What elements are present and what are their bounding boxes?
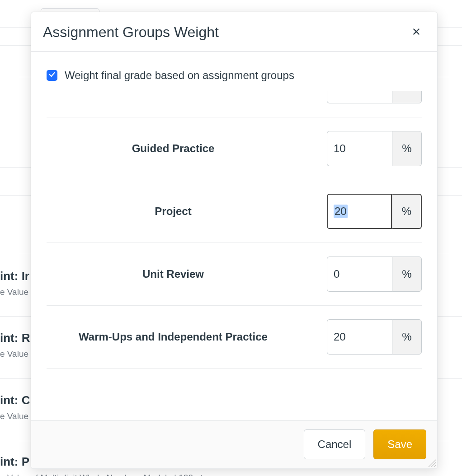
weight-input-project[interactable]: 20: [327, 194, 392, 229]
weight-label: Project: [47, 205, 318, 218]
weight-input-group: %: [327, 91, 422, 103]
modal-header: Assignment Groups Weight: [31, 12, 437, 52]
weight-input-project-value: 20: [334, 205, 348, 218]
weight-row-warmups: Warm-Ups and Independent Practice %: [47, 306, 422, 369]
percent-addon: %: [392, 194, 422, 229]
weight-input-group: %: [327, 257, 422, 292]
percent-addon: %: [392, 257, 422, 292]
weight-input-guided-practice[interactable]: [327, 131, 392, 166]
checkmark-icon: [48, 71, 56, 80]
close-button[interactable]: [408, 24, 424, 41]
modal-title: Assignment Groups Weight: [43, 24, 219, 41]
weight-checkbox-row[interactable]: Weight final grade based on assignment g…: [47, 69, 422, 82]
weight-input-unit-review[interactable]: [327, 257, 392, 292]
assignment-groups-weight-modal: Assignment Groups Weight Weight final gr…: [31, 12, 438, 469]
percent-addon: %: [392, 131, 422, 166]
weight-input-group: %: [327, 319, 422, 355]
resize-grip-icon[interactable]: [427, 458, 436, 467]
weight-row-guided-practice: Guided Practice %: [47, 117, 422, 180]
weight-input-exam[interactable]: [327, 91, 392, 103]
close-icon: [411, 27, 421, 38]
weight-checkbox-label: Weight final grade based on assignment g…: [65, 69, 294, 82]
total-label: Total: [47, 379, 327, 380]
weight-checkbox[interactable]: [47, 70, 57, 81]
cancel-button[interactable]: Cancel: [304, 429, 366, 459]
weight-row-unit-review: Unit Review %: [47, 243, 422, 306]
modal-body: Weight final grade based on assignment g…: [31, 52, 437, 420]
weight-label: Unit Review: [47, 268, 318, 280]
weight-label: Warm-Ups and Independent Practice: [47, 331, 318, 343]
weight-label: Guided Practice: [47, 142, 318, 155]
percent-addon: %: [392, 91, 422, 103]
weight-input-warmups[interactable]: [327, 319, 392, 355]
modal-footer: Cancel Save: [31, 420, 437, 468]
weight-row-exam: Exam %: [47, 91, 422, 117]
weight-row-project: Project 20 %: [47, 180, 422, 243]
weight-input-group: %: [327, 131, 422, 166]
total-row: Total 100%: [47, 369, 422, 380]
save-button[interactable]: Save: [373, 429, 426, 459]
weight-input-group: 20 %: [327, 194, 422, 229]
percent-addon: %: [392, 319, 422, 355]
weight-label: Exam: [47, 91, 318, 92]
total-value: 100%: [327, 378, 422, 380]
bg-item-sub: e Value of Multi-digit Whole Numbers Mod…: [0, 472, 462, 476]
weights-list: Exam % Guided Practice % Project: [47, 91, 422, 380]
